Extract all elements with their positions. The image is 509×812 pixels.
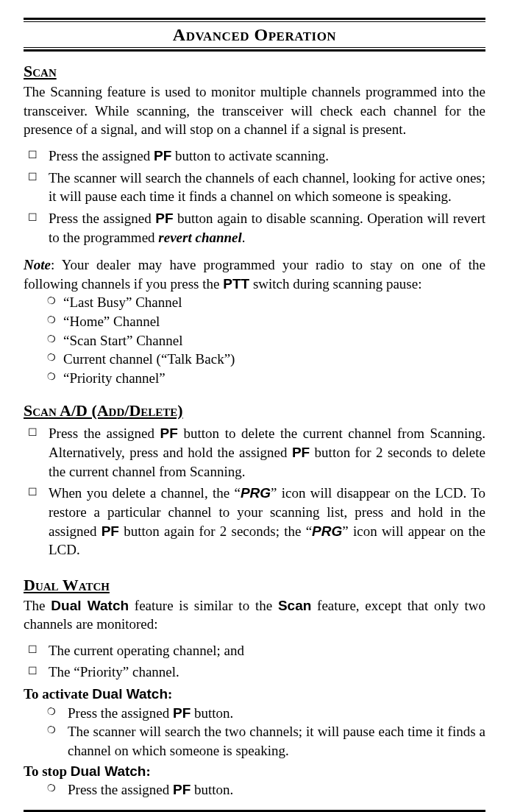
list-item: Press the assigned PF button. (60, 704, 485, 723)
heading-scan: Scan (24, 60, 485, 82)
list-item: Press the assigned PF button. (60, 780, 485, 799)
list-item: “Last Busy” Channel (60, 293, 485, 312)
list-item: “Priority channel” (60, 369, 485, 388)
heading-dual-watch: Dual Watch (24, 574, 485, 596)
dual-activate-heading: To activate Dual Watch: (24, 685, 485, 704)
list-item: Press the assigned PF button to delete t… (40, 424, 485, 481)
list-item: Current channel (“Talk Back”) (60, 350, 485, 369)
list-item: The scanner will search the channels of … (40, 169, 485, 206)
list-item: Press the assigned PF button to activate… (40, 146, 485, 166)
heading-scan-ad: Scan A/D (Add/Delete) (24, 400, 485, 422)
dual-activate-list: Press the assigned PF button. The scanne… (24, 704, 485, 760)
dual-intro: The Dual Watch feature is similar to the… (24, 596, 485, 634)
dual-stop-heading: To stop Dual Watch: (24, 762, 485, 781)
scan-note: Note: Your dealer may have programmed yo… (24, 255, 485, 293)
list-item: The current operating channel; and (40, 641, 485, 660)
scan-note-list: “Last Busy” Channel “Home” Channel “Scan… (24, 293, 485, 387)
list-item: The scanner will search the two channels… (60, 722, 485, 760)
list-item: The “Priority” channel. (40, 663, 485, 682)
list-item: Press the assigned PF button again to di… (40, 209, 485, 247)
scanad-bullets: Press the assigned PF button to delete t… (24, 424, 485, 559)
scan-bullets: Press the assigned PF button to activate… (24, 146, 485, 247)
list-item: “Scan Start” Channel (60, 331, 485, 350)
list-item: “Home” Channel (60, 312, 485, 331)
dual-stop-list: Press the assigned PF button. (24, 780, 485, 799)
page-title-box: Advanced Operation (24, 18, 485, 52)
page-title: Advanced Operation (24, 21, 485, 48)
scan-intro: The Scanning feature is used to monitor … (24, 82, 485, 139)
list-item: When you delete a channel, the “PRG” ico… (40, 484, 485, 559)
dual-bullets: The current operating channel; and The “… (24, 641, 485, 682)
